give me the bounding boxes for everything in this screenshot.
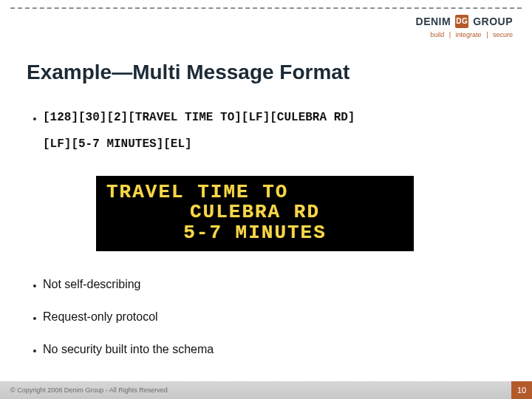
bullet-dot-icon: • xyxy=(27,343,43,359)
brand-tag-sep1: | xyxy=(446,31,454,38)
sign-line-2: CULEBRA RD xyxy=(103,202,406,222)
brand-logo-icon: DG xyxy=(455,15,468,28)
brand-tag-2: integrate xyxy=(456,31,482,38)
brand-tag-sep2: | xyxy=(483,31,491,38)
bullet-2: Request-only protocol xyxy=(43,310,158,324)
bullet-1: Not self-describing xyxy=(43,278,141,291)
brand-tag-3: secure xyxy=(493,31,513,38)
code-row: • [128][30][2][TRAVEL TIME TO][LF][CULEB… xyxy=(27,111,505,127)
list-item: • No security built into the schema xyxy=(27,343,505,359)
brand-block: DENIM DG GROUP build | integrate | secur… xyxy=(416,15,513,38)
brand-tagline: build | integrate | secure xyxy=(416,31,513,38)
sign-line-3: 5-7 MINUTES xyxy=(103,223,406,243)
bullet-dot-icon: • xyxy=(27,278,43,294)
bullet-dot-icon: • xyxy=(27,111,43,127)
list-item: • Not self-describing xyxy=(27,278,505,294)
brand-name-1: DENIM xyxy=(416,16,451,27)
footer-bar: © Copyright 2008 Denim Group - All Right… xyxy=(0,381,532,399)
bottom-bullets: • Not self-describing • Request-only pro… xyxy=(27,278,505,375)
copyright-text: © Copyright 2008 Denim Group - All Right… xyxy=(0,386,168,394)
code-line-1: [128][30][2][TRAVEL TIME TO][LF][CULEBRA… xyxy=(43,111,355,124)
bullet-3: No security built into the schema xyxy=(43,343,214,356)
code-block: • [128][30][2][TRAVEL TIME TO][LF][CULEB… xyxy=(27,111,505,151)
slide: DENIM DG GROUP build | integrate | secur… xyxy=(0,0,532,399)
dms-sign: TRAVEL TIME TO CULEBRA RD 5-7 MINUTES xyxy=(96,176,414,251)
page-title: Example—Multi Message Format xyxy=(27,61,505,84)
top-dashed-rule xyxy=(10,7,522,9)
bullet-dot-icon: • xyxy=(27,310,43,327)
brand-tag-1: build xyxy=(430,31,444,38)
brand-name: DENIM DG GROUP xyxy=(416,15,513,28)
brand-name-2: GROUP xyxy=(473,16,513,27)
page-number: 10 xyxy=(511,381,532,399)
code-line-2: [LF][5-7 MINUTES][EL] xyxy=(43,137,505,151)
sign-line-1: TRAVEL TIME TO xyxy=(103,183,406,202)
list-item: • Request-only protocol xyxy=(27,310,505,327)
